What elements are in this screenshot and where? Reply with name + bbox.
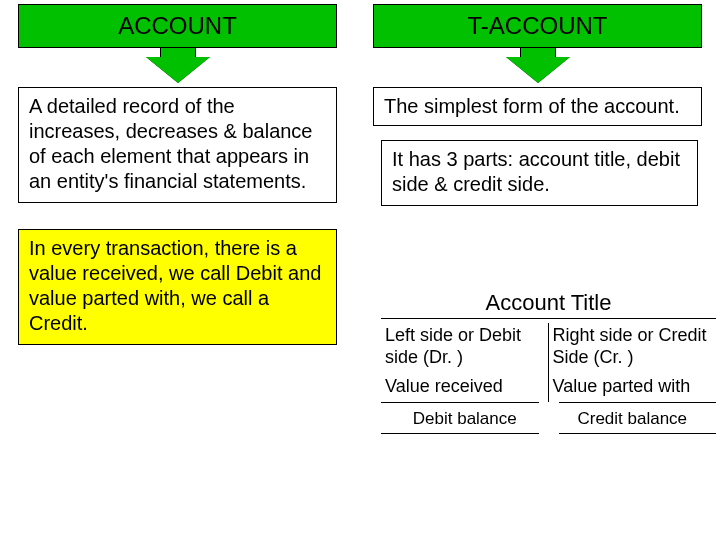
- arrow-down-icon: [355, 47, 720, 83]
- t-left-value: Value received: [385, 376, 544, 398]
- right-column: T-ACCOUNT The simplest form of the accou…: [355, 0, 720, 206]
- debit-credit-box: In every transaction, there is a value r…: [18, 229, 337, 345]
- banner-taccount: T-ACCOUNT: [373, 4, 702, 48]
- t-right-side-label: Right side or Credit Side (Cr. ): [553, 325, 713, 368]
- simplest-form-box: The simplest form of the account.: [373, 87, 702, 126]
- banner-taccount-label: T-ACCOUNT: [468, 12, 608, 39]
- account-definition-box: A detailed record of the increases, decr…: [18, 87, 337, 203]
- t-right-value: Value parted with: [553, 376, 713, 398]
- t-underline: [381, 402, 716, 403]
- t-balances-row: Debit balance Credit balance: [381, 409, 716, 429]
- t-right-column: Right side or Credit Side (Cr. ) Value p…: [549, 323, 717, 402]
- banner-account-label: ACCOUNT: [118, 12, 237, 39]
- t-credit-balance: Credit balance: [549, 409, 717, 429]
- t-left-side-label: Left side or Debit side (Dr. ): [385, 325, 544, 368]
- arrow-down-icon: [0, 47, 355, 83]
- t-account-diagram: Account Title Left side or Debit side (D…: [381, 290, 716, 434]
- three-parts-box: It has 3 parts: account title, debit sid…: [381, 140, 698, 206]
- t-account-title: Account Title: [381, 290, 716, 319]
- banner-account: ACCOUNT: [18, 4, 337, 48]
- t-underline: [381, 433, 716, 434]
- t-left-column: Left side or Debit side (Dr. ) Value rec…: [381, 323, 549, 402]
- left-column: ACCOUNT A detailed record of the increas…: [0, 0, 355, 345]
- t-debit-balance: Debit balance: [381, 409, 549, 429]
